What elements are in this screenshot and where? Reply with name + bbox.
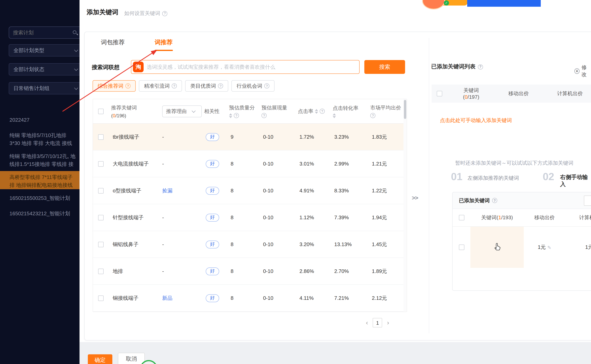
- cell-cvr: 2.70%: [330, 268, 368, 274]
- filter-pill-label: 精准引流词: [144, 82, 170, 90]
- collapse-panel-control[interactable]: >>: [412, 194, 418, 201]
- edit-icon[interactable]: [547, 244, 551, 250]
- sort-icon[interactable]: [333, 113, 336, 118]
- row-checkbox[interactable]: [459, 245, 464, 250]
- plan-type-select[interactable]: 全部计划类型: [9, 44, 80, 57]
- cell-price: 1.83元: [368, 133, 407, 140]
- keyword-filter-input[interactable]: [584, 195, 591, 206]
- help-icon[interactable]: [264, 83, 269, 89]
- plan-search-input[interactable]: [13, 30, 72, 36]
- cell-quality: 8: [227, 268, 259, 274]
- filter-pill-precise[interactable]: 精准引流词: [139, 80, 182, 92]
- reason-filter-dropdown[interactable]: 推荐理由: [162, 105, 202, 117]
- filter-pill-category[interactable]: 类目优质词: [185, 80, 228, 92]
- search-section-label: 搜索词联想: [92, 64, 120, 71]
- col-pc-bid: 计算机出价: [542, 90, 591, 97]
- help-icon[interactable]: [234, 113, 239, 118]
- cell-keyword: 大电流接线端子: [109, 160, 158, 167]
- row-checkbox[interactable]: [98, 268, 104, 274]
- select-all-checkbox[interactable]: [459, 215, 464, 221]
- reason-link[interactable]: 捡漏: [162, 188, 173, 193]
- table-row[interactable]: tbr接线端子 - 好 9 0-10 1.72% 3.23% 1.83元: [93, 124, 407, 150]
- plan-list-item[interactable]: 纯铜 零地排5/7/10孔地排3*30 地排 零排 大电流 接线端子: [0, 129, 80, 147]
- added-keyword-cell[interactable]: [470, 227, 524, 268]
- cell-impressions: 0-10: [259, 241, 296, 247]
- chevron-down-icon: [74, 67, 78, 71]
- row-checkbox[interactable]: [98, 215, 104, 220]
- table-row[interactable]: 铜接线端子 新品 好 8 0-10 4.11% 7.21% 2.12元: [93, 285, 407, 312]
- help-icon[interactable]: [320, 109, 325, 114]
- tab-word-package[interactable]: 词包推荐: [101, 39, 125, 46]
- row-checkbox[interactable]: [98, 134, 104, 140]
- cell-price: 1.22元: [368, 187, 407, 194]
- promo-banner-blue[interactable]: [467, 0, 541, 7]
- relevance-badge: 好: [206, 294, 219, 302]
- added-keyword-row[interactable]: 1元 1元: [453, 226, 591, 267]
- table-row[interactable]: 针型接线端子 - 好 8 0-10 1.12% 7.39% 1.94元: [93, 204, 407, 231]
- next-page-icon[interactable]: [387, 319, 389, 326]
- pc-bid-value: 1元: [585, 244, 591, 251]
- modify-bid-action[interactable]: 修改: [574, 64, 591, 78]
- mobile-bid-value: 1元: [538, 244, 546, 251]
- plan-list-item[interactable]: 1650215500253_智能计划: [0, 192, 80, 205]
- sort-icon[interactable]: [315, 109, 318, 114]
- help-icon[interactable]: [172, 83, 177, 89]
- row-checkbox[interactable]: [98, 295, 104, 301]
- cell-impressions: 0-10: [259, 295, 296, 301]
- keyword-suggest-input[interactable]: [147, 64, 356, 70]
- sort-icon[interactable]: [229, 113, 232, 118]
- col-price: 市场平均出价: [368, 104, 407, 118]
- col-inner-pc-bid: 计算机出价: [565, 214, 591, 221]
- help-icon[interactable]: [478, 64, 483, 69]
- cell-cvr: 2.99%: [330, 161, 368, 167]
- cell-cvr: 8.33%: [330, 188, 368, 194]
- col-quality: 预估质量分: [227, 104, 259, 118]
- scrollbar-thumb[interactable]: [404, 100, 406, 119]
- search-button[interactable]: 搜索: [364, 60, 405, 74]
- table-row[interactable]: o型接线端子 捡漏 好 8 0-10 4.91% 8.33% 1.22元: [93, 177, 407, 204]
- plan-list-item[interactable]: 纯铜 零地排3/5/7/10/12孔, 地线排1.5*15接地排 零线排 接线端…: [0, 150, 80, 168]
- help-icon[interactable]: [125, 83, 131, 89]
- page-number[interactable]: 1: [373, 318, 382, 327]
- page-subtitle: 如何设置关键词: [124, 10, 167, 17]
- help-icon[interactable]: [162, 11, 167, 16]
- row-checkbox[interactable]: [98, 241, 104, 247]
- table-row[interactable]: 地排 - 好 8 0-10 2.86% 2.70% 1.89元: [93, 258, 407, 285]
- help-icon[interactable]: [262, 113, 267, 118]
- plan-list-item[interactable]: 2022427: [0, 114, 80, 126]
- table-row[interactable]: 大电流接线端子 - 好 8 0-10 3.01% 2.99% 1.21元: [93, 150, 407, 177]
- relevance-badge: 好: [206, 187, 219, 195]
- plan-list-item-selected[interactable]: 高桥型零线排 7*11零线端子排 地排铜排配电箱接地接线端子: [0, 171, 80, 189]
- pc-bid-cell: 1元: [565, 244, 591, 251]
- plan-list: 2022427 纯铜 零地排5/7/10孔地排3*30 地排 零排 大电流 接线…: [0, 114, 80, 223]
- cell-impressions: 0-10: [259, 161, 296, 167]
- row-checkbox[interactable]: [98, 161, 104, 167]
- prev-page-icon[interactable]: [366, 319, 368, 326]
- filter-pill-label: 行业机会词: [236, 82, 262, 90]
- select-all-checkbox[interactable]: [437, 91, 442, 96]
- relevance-badge: 好: [206, 267, 219, 275]
- plan-status-select[interactable]: 全部计划状态: [9, 63, 80, 75]
- relevance-badge: 好: [206, 214, 219, 221]
- cell-cvr: 13.13%: [330, 241, 368, 247]
- help-icon[interactable]: [218, 83, 223, 89]
- plan-list-item[interactable]: 1650215423212_智能计划: [0, 207, 80, 220]
- filter-pill-comprehensive[interactable]: 综合推荐词: [93, 80, 136, 92]
- reason-link[interactable]: 新品: [162, 295, 173, 301]
- row-checkbox[interactable]: [98, 188, 104, 193]
- empty-state-hint: 暂时还未添加关键词～可以试试以下方式添加关键词: [435, 160, 591, 167]
- help-icon[interactable]: [492, 198, 497, 203]
- plan-search-box[interactable]: [9, 26, 80, 39]
- plan-group-select[interactable]: 日常销售计划组: [9, 82, 80, 94]
- manual-add-link[interactable]: 点击此处可手动输入添加关键词: [440, 117, 512, 124]
- cell-ctr: 1.12%: [296, 214, 330, 221]
- cancel-button[interactable]: 取消: [118, 353, 145, 364]
- dialog-footer-bar: [80, 342, 591, 364]
- filter-pill-industry[interactable]: 行业机会词: [231, 80, 275, 92]
- help-icon[interactable]: [370, 113, 376, 118]
- tab-word-recommend[interactable]: 词推荐: [155, 39, 173, 46]
- confirm-button[interactable]: 确定: [88, 354, 112, 364]
- table-row[interactable]: 铜铝线鼻子 - 好 8 0-10 3.20% 13.13% 1.45元: [93, 231, 407, 258]
- select-all-checkbox[interactable]: [98, 108, 104, 114]
- cell-reason: -: [158, 214, 202, 221]
